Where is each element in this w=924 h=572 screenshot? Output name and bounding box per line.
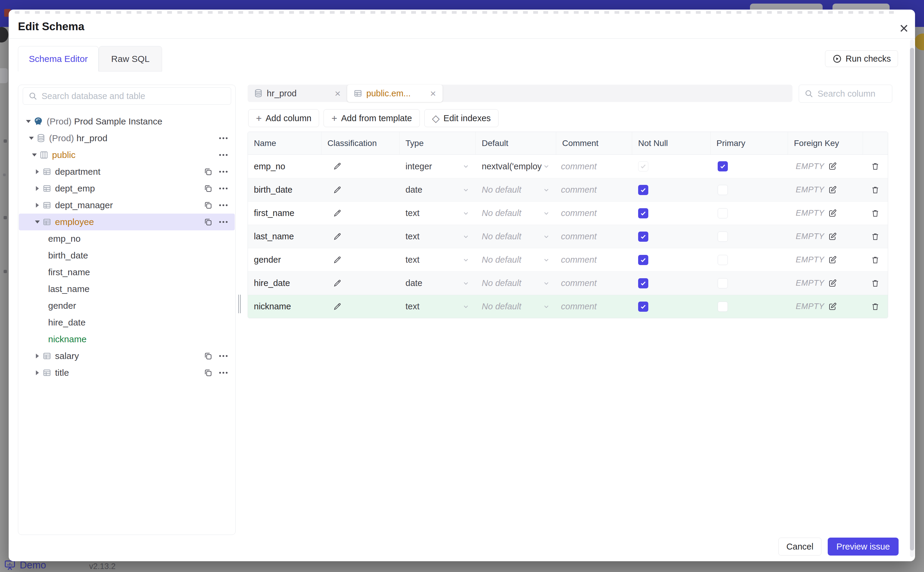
close-icon[interactable]: × [895,19,913,38]
caret-down-icon[interactable] [33,221,42,224]
column-search-input[interactable] [817,89,892,99]
comment-input[interactable]: comment [556,202,632,225]
comment-input[interactable]: comment [556,178,632,201]
default-select[interactable]: No default [476,178,556,201]
edit-foreign-key-icon[interactable] [828,209,837,218]
column-name-cell[interactable]: last_name [248,225,321,248]
caret-right-icon[interactable] [33,203,42,208]
copy-icon[interactable] [204,167,212,176]
tree-item-gender[interactable]: gender [19,297,235,314]
more-options-icon[interactable] [219,219,228,225]
trash-icon[interactable] [871,209,880,218]
comment-input[interactable]: comment [556,272,632,295]
tree-item-hr_prod[interactable]: (Prod) hr_prod [19,130,235,146]
more-options-icon[interactable] [219,186,228,191]
tree-item-birth_date[interactable]: birth_date [19,247,235,264]
column-name-cell[interactable]: emp_no [248,155,321,178]
trash-icon[interactable] [871,302,880,311]
tree-item-dept_manager[interactable]: dept_manager [19,197,235,214]
tree-item-title[interactable]: title [19,364,235,381]
pencil-icon[interactable] [333,162,342,171]
tree-item-employee[interactable]: employee [19,214,235,230]
tree-item-nickname[interactable]: nickname [19,331,235,348]
column-name-cell[interactable]: nickname [248,295,321,318]
more-options-icon[interactable] [219,370,228,375]
copy-icon[interactable] [204,368,212,377]
edit-foreign-key-icon[interactable] [828,302,837,311]
more-options-icon[interactable] [219,169,228,174]
close-tab-icon[interactable]: × [429,88,437,98]
tab-schema-editor[interactable]: Schema Editor [18,46,99,72]
not-null-checkbox[interactable] [638,161,648,171]
column-search-box[interactable] [799,85,892,103]
trash-icon[interactable] [871,279,880,288]
copy-icon[interactable] [204,184,212,193]
pencil-icon[interactable] [333,209,342,218]
primary-checkbox[interactable] [718,302,728,312]
type-select[interactable]: date [400,178,476,201]
not-null-checkbox[interactable] [638,278,648,288]
cancel-button[interactable]: Cancel [778,538,822,556]
tree-item-hire_date[interactable]: hire_date [19,314,235,331]
comment-input[interactable]: comment [556,295,632,318]
trash-icon[interactable] [871,162,880,171]
primary-checkbox[interactable] [718,255,728,265]
primary-checkbox[interactable] [718,278,728,288]
more-options-icon[interactable] [219,202,228,208]
copy-icon[interactable] [204,201,212,210]
pencil-icon[interactable] [333,302,342,311]
column-name-cell[interactable]: birth_date [248,178,321,201]
preview-issue-button[interactable]: Preview issue [828,538,899,556]
comment-input[interactable]: comment [556,248,632,271]
column-name-cell[interactable]: first_name [248,202,321,225]
not-null-checkbox[interactable] [638,232,648,242]
tree-item-dept_emp[interactable]: dept_emp [19,180,235,197]
edit-foreign-key-icon[interactable] [828,232,837,241]
not-null-checkbox[interactable] [638,185,648,195]
type-select[interactable]: text [400,202,476,225]
copy-icon[interactable] [204,351,212,361]
default-select[interactable]: No default [476,248,556,271]
tree-item-public[interactable]: public [19,146,235,163]
add-column-button[interactable]: +Add column [248,109,319,127]
close-tab-icon[interactable]: × [333,88,342,98]
add-from-template-button[interactable]: +Add from template [324,109,420,127]
type-select[interactable]: text [400,248,476,271]
pencil-icon[interactable] [333,232,342,241]
tree-item-department[interactable]: department [19,163,235,180]
default-select[interactable]: No default [476,202,556,225]
default-select[interactable]: nextval('employ [476,155,556,178]
trash-icon[interactable] [871,232,880,241]
tree-search-input[interactable] [42,91,231,101]
primary-checkbox[interactable] [718,232,728,242]
comment-input[interactable]: comment [556,155,632,178]
caret-down-icon[interactable] [23,120,33,123]
more-options-icon[interactable] [219,152,228,158]
column-name-cell[interactable]: hire_date [248,272,321,295]
more-options-icon[interactable] [219,353,228,359]
caret-right-icon[interactable] [33,370,42,375]
edit-foreign-key-icon[interactable] [828,185,837,194]
copy-icon[interactable] [204,218,212,227]
more-options-icon[interactable] [219,135,228,141]
primary-checkbox[interactable] [718,185,728,195]
tree-item-emp_no[interactable]: emp_no [19,230,235,247]
panel-resize-handle[interactable] [238,295,241,313]
pencil-icon[interactable] [333,185,342,194]
type-select[interactable]: text [400,295,476,318]
not-null-checkbox[interactable] [638,302,648,312]
run-checks-button[interactable]: Run checks [825,50,898,67]
caret-right-icon[interactable] [33,354,42,358]
edit-foreign-key-icon[interactable] [828,279,837,288]
caret-down-icon[interactable] [26,137,36,140]
primary-checkbox[interactable] [718,161,728,171]
tree-item-Prod Sample Instance[interactable]: (Prod) Prod Sample Instance [19,113,235,130]
type-select[interactable]: integer [400,155,476,178]
editor-tab-hr_prod[interactable]: hr_prod× [248,85,347,102]
default-select[interactable]: No default [476,272,556,295]
tree-item-last_name[interactable]: last_name [19,281,235,297]
tree-item-first_name[interactable]: first_name [19,264,235,281]
type-select[interactable]: text [400,225,476,248]
modal-scrollbar-thumb[interactable] [910,48,914,550]
tree-item-salary[interactable]: salary [19,348,235,364]
